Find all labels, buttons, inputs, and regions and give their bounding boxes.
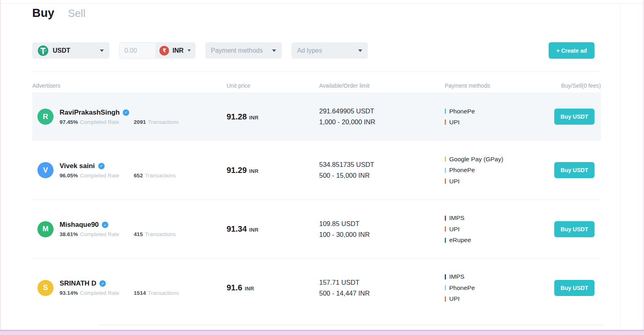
- tab-buy[interactable]: Buy: [32, 6, 54, 20]
- rupee-icon: ₹: [159, 46, 169, 55]
- fiat-select[interactable]: ₹ INR: [155, 42, 196, 59]
- payment-method: PhonePe: [445, 164, 553, 176]
- payment-color-bar: [445, 119, 446, 125]
- unit-price-cell: 91.28 INR: [227, 112, 319, 121]
- filter-bar: USDT ₹ INR Payment methods Ad types: [32, 42, 368, 59]
- available-amount: 157.71 USDT: [319, 277, 445, 288]
- table-row: S SRINATH D ✓ 93.14% Completed Rate 1514…: [32, 258, 601, 317]
- crypto-select-value: USDT: [53, 47, 70, 54]
- create-ad-button[interactable]: + Create ad: [549, 42, 594, 59]
- order-limit: 100 - 30,000 INR: [319, 229, 445, 240]
- price-value: 91.6: [227, 283, 242, 292]
- payment-method: Google Pay (GPay): [445, 154, 553, 165]
- tether-icon: [38, 45, 48, 56]
- advertiser-name[interactable]: Vivek saini: [60, 162, 95, 170]
- header-unit-price: Unit price: [227, 82, 319, 89]
- avatar: M: [37, 221, 54, 237]
- payment-method: UPI: [445, 293, 553, 304]
- available-limit-cell: 109.85 USDT 100 - 30,000 INR: [319, 218, 445, 240]
- advertiser-name[interactable]: SRINATH D: [60, 280, 96, 288]
- completed-rate-value: 96.05%: [60, 173, 78, 179]
- payment-color-bar: [445, 285, 446, 290]
- payment-method: IMPS: [445, 271, 553, 282]
- amount-input-wrap: [119, 42, 155, 59]
- available-amount: 291.649905 USDT: [319, 106, 445, 117]
- avatar: S: [37, 280, 54, 296]
- advertiser-stats: 93.14% Completed Rate 1514 Transactions: [60, 290, 179, 296]
- advertiser-table: R RaviPrakashSingh ✓ 97.45% Completed Ra…: [32, 92, 601, 317]
- payment-methods-cell: IMPS UPI eRupee: [445, 212, 553, 246]
- transactions-label: Transactions: [145, 231, 176, 237]
- payment-color-bar: [445, 179, 446, 184]
- amount-filter: ₹ INR: [119, 42, 196, 59]
- top-divider: [0, 3, 644, 4]
- header-buy-sell-fees: Buy/Sell(0 fees): [553, 82, 601, 89]
- payment-methods-cell: PhonePe UPI: [445, 106, 553, 128]
- chevron-down-icon: [188, 49, 191, 51]
- transactions-label: Transactions: [148, 290, 179, 296]
- advertiser-name[interactable]: Mishaque90: [60, 221, 99, 229]
- transactions-label: Transactions: [145, 173, 176, 179]
- buy-usdt-button[interactable]: Buy USDT: [554, 109, 594, 125]
- advertiser-cell: V Vivek saini ✓ 96.05% Completed Rate 65…: [32, 162, 227, 179]
- order-limit: 500 - 14,447 INR: [319, 288, 445, 299]
- payment-method: UPI: [445, 117, 553, 128]
- verified-badge-icon: ✓: [99, 280, 106, 287]
- available-amount: 109.85 USDT: [319, 218, 445, 229]
- payment-color-bar: [445, 156, 446, 162]
- avatar: V: [37, 162, 54, 178]
- payment-method: UPI: [445, 224, 553, 235]
- advertiser-cell: M Mishaque90 ✓ 38.61% Completed Rate 415…: [32, 221, 227, 237]
- advertiser-name[interactable]: RaviPrakashSingh: [60, 109, 120, 117]
- completed-rate-label: Completed Rate: [80, 119, 120, 125]
- order-limit: 500 - 15,000 INR: [319, 170, 445, 181]
- payment-color-bar: [445, 216, 446, 221]
- verified-badge-icon: ✓: [102, 222, 108, 228]
- price-value: 91.29: [227, 166, 247, 175]
- advertiser-cell: S SRINATH D ✓ 93.14% Completed Rate 1514…: [32, 280, 227, 296]
- chevron-down-icon: [272, 49, 276, 52]
- amount-input[interactable]: [124, 47, 151, 54]
- filters-divider: [32, 71, 601, 72]
- completed-rate-value: 97.45%: [60, 119, 78, 125]
- transactions-label: Transactions: [148, 119, 179, 125]
- table-row: R RaviPrakashSingh ✓ 97.45% Completed Ra…: [32, 92, 601, 141]
- content-gutter-divider: [620, 4, 621, 329]
- available-limit-cell: 291.649905 USDT 1,000 - 20,000 INR: [319, 106, 445, 127]
- crypto-select[interactable]: USDT: [32, 42, 109, 59]
- unit-price-cell: 91.34 INR: [227, 224, 319, 234]
- payment-method: UPI: [445, 176, 553, 187]
- price-currency: INR: [249, 227, 259, 233]
- payment-color-bar: [445, 109, 446, 114]
- buy-usdt-button[interactable]: Buy USDT: [554, 221, 594, 237]
- advertiser-stats: 38.61% Completed Rate 415 Transactions: [60, 231, 176, 237]
- payment-methods-select[interactable]: Payment methods: [205, 42, 282, 59]
- payment-color-bar: [445, 296, 446, 302]
- payment-method: eRupee: [445, 234, 553, 246]
- avatar: R: [37, 109, 54, 125]
- transactions-value: 652: [134, 173, 143, 179]
- available-limit-cell: 534.851735 USDT 500 - 15,000 INR: [319, 159, 445, 181]
- tab-sell[interactable]: Sell: [68, 7, 85, 20]
- price-currency: INR: [249, 115, 259, 121]
- completed-rate-label: Completed Rate: [80, 231, 120, 237]
- payment-color-bar: [445, 238, 446, 243]
- header-advertisers: Advertisers: [32, 82, 227, 89]
- payment-methods-cell: Google Pay (GPay) PhonePe UPI: [445, 154, 553, 187]
- payment-color-bar: [445, 168, 446, 173]
- fiat-select-value: INR: [172, 47, 184, 54]
- ad-types-select[interactable]: Ad types: [291, 42, 368, 59]
- unit-price-cell: 91.29 INR: [227, 166, 319, 175]
- payment-method: IMPS: [445, 212, 553, 224]
- verified-badge-icon: ✓: [98, 163, 105, 169]
- verified-badge-icon: ✓: [123, 109, 129, 116]
- bottom-accent-bar: [0, 330, 644, 335]
- buy-usdt-button[interactable]: Buy USDT: [554, 162, 594, 178]
- advertiser-stats: 96.05% Completed Rate 652 Transactions: [60, 173, 176, 179]
- payment-methods-cell: IMPS PhonePe UPI: [445, 271, 553, 304]
- buy-usdt-button[interactable]: Buy USDT: [554, 280, 594, 296]
- payment-color-bar: [445, 226, 446, 232]
- table-header: Advertisers Unit price Available/Order l…: [32, 79, 601, 92]
- unit-price-cell: 91.6 INR: [227, 283, 319, 292]
- advertiser-stats: 97.45% Completed Rate 2091 Transactions: [60, 119, 179, 125]
